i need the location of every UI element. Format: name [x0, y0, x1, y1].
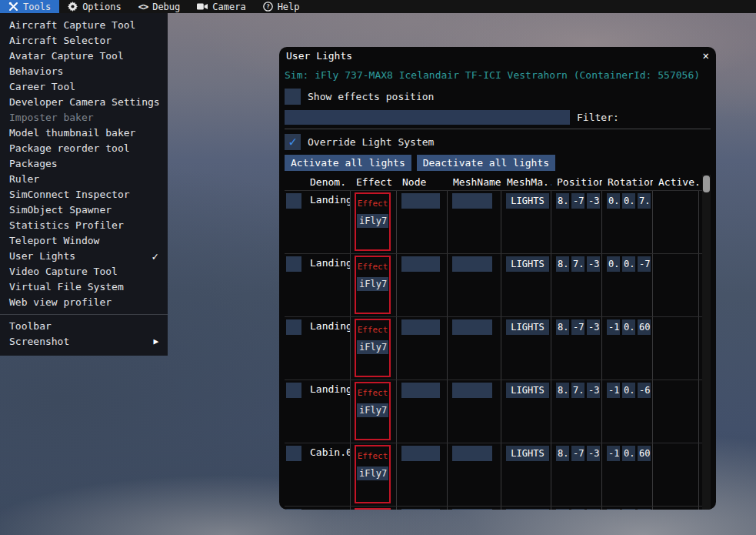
menu-item-model-thumbnail-baker[interactable]: Model thumbnail baker — [0, 125, 168, 141]
node-input[interactable] — [401, 383, 440, 398]
menubar-item-debug[interactable]: <>Debug — [130, 0, 189, 13]
row-select-checkbox[interactable] — [286, 446, 301, 461]
menu-item-behaviors[interactable]: Behaviors — [0, 64, 168, 79]
menu-item-web-view-profiler[interactable]: Web view profiler — [0, 295, 168, 310]
effect-name-button[interactable]: iFly7 — [357, 214, 388, 228]
meshmaterial-value[interactable]: LIGHTS — [506, 319, 549, 335]
menu-item-teleport-window[interactable]: Teleport Window — [0, 233, 168, 249]
meshmaterial-value[interactable]: LIGHTS — [506, 193, 549, 209]
meshname-input[interactable] — [452, 256, 492, 272]
rotation-input[interactable]: -6 — [638, 383, 651, 398]
rotation-input[interactable]: 0. — [607, 193, 620, 209]
node-input[interactable] — [401, 256, 440, 272]
menu-item-statistics-profiler[interactable]: Statistics Profiler — [0, 218, 168, 233]
rotation-input[interactable]: 0. — [622, 383, 635, 398]
meshmaterial-value[interactable]: LIGHTS — [506, 256, 549, 272]
menu-item-package-reorder-tool[interactable]: Package reorder tool — [0, 141, 168, 156]
filter-input[interactable] — [285, 110, 570, 125]
position-input[interactable]: 8. — [556, 383, 569, 398]
row-select-checkbox[interactable] — [286, 256, 301, 272]
rotation-input[interactable]: 0. — [622, 446, 635, 461]
menu-item-aircraft-capture-tool[interactable]: Aircraft Capture Tool — [0, 18, 168, 33]
row-select-checkbox[interactable] — [286, 319, 301, 335]
row-select-checkbox[interactable] — [286, 509, 301, 510]
effect-name-button[interactable]: iFly7 — [357, 466, 388, 480]
position-input[interactable]: -3 — [587, 319, 600, 335]
rotation-input[interactable]: 0. — [622, 193, 635, 209]
position-input[interactable]: 8. — [556, 446, 569, 461]
position-input[interactable]: -3 — [587, 383, 600, 398]
position-input[interactable]: 8. — [556, 193, 569, 209]
position-input[interactable] — [571, 509, 584, 510]
rotation-input[interactable]: 60 — [638, 319, 651, 335]
node-input[interactable] — [401, 509, 440, 510]
position-input[interactable]: -7 — [571, 193, 584, 209]
rotation-input[interactable]: -1 — [607, 383, 620, 398]
activate-all-lights-button[interactable]: Activate all lights — [285, 155, 411, 171]
meshmaterial-value[interactable]: LIGHTS — [506, 446, 549, 461]
position-input[interactable]: -7 — [571, 446, 584, 461]
menubar-item-tools[interactable]: Tools — [0, 0, 59, 13]
position-input[interactable]: -3 — [587, 256, 600, 272]
effect-name-button[interactable]: iFly7 — [357, 340, 388, 354]
menu-item-toolbar[interactable]: Toolbar — [0, 319, 168, 334]
rotation-input[interactable]: -1 — [607, 319, 620, 335]
column-header-denom[interactable]: Denom. — [305, 175, 351, 190]
rotation-input[interactable]: 0. — [622, 319, 635, 335]
menu-item-simobject-spawner[interactable]: SimObject Spawner — [0, 202, 168, 218]
menu-item-ruler[interactable]: Ruler — [0, 172, 168, 187]
position-input[interactable]: 8. — [556, 319, 569, 335]
position-input[interactable]: 8. — [556, 256, 569, 272]
rotation-input[interactable] — [607, 509, 620, 510]
menubar-item-camera[interactable]: Camera — [188, 0, 254, 13]
column-header-meshname[interactable]: MeshName — [448, 175, 501, 190]
position-input[interactable]: -3 — [587, 446, 600, 461]
position-input[interactable] — [587, 509, 600, 510]
effect-name-button[interactable]: iFly7 — [357, 277, 388, 291]
column-header-active[interactable]: Active... — [653, 175, 699, 190]
menu-item-aircraft-selector[interactable]: Aircraft Selector — [0, 33, 168, 48]
column-header-rotation[interactable]: Rotation — [602, 175, 653, 190]
meshname-input[interactable] — [452, 509, 492, 510]
meshmaterial-value[interactable] — [506, 509, 549, 510]
column-header-meshma[interactable]: MeshMa... — [501, 175, 551, 190]
deactivate-all-lights-button[interactable]: Deactivate all lights — [417, 155, 555, 171]
menu-item-user-lights[interactable]: User Lights✓ — [0, 249, 168, 264]
rotation-input[interactable] — [622, 509, 635, 510]
rotation-input[interactable] — [638, 509, 651, 510]
close-icon[interactable]: ✕ — [703, 49, 709, 62]
node-input[interactable] — [401, 193, 440, 209]
window-titlebar[interactable]: User Lights ✕ — [279, 47, 716, 64]
position-input[interactable]: -7 — [571, 319, 584, 335]
column-header-select[interactable] — [285, 175, 305, 190]
position-input[interactable] — [556, 509, 569, 510]
column-header-effect[interactable]: Effect — [351, 175, 397, 190]
rotation-input[interactable]: 7. — [638, 193, 651, 209]
menu-item-simconnect-inspector[interactable]: SimConnect Inspector — [0, 187, 168, 202]
menu-item-avatar-capture-tool[interactable]: Avatar Capture Tool — [0, 48, 168, 64]
row-select-checkbox[interactable] — [286, 193, 301, 209]
show-effects-checkbox[interactable] — [285, 89, 301, 105]
override-checkbox[interactable]: ✓ — [285, 134, 301, 150]
node-input[interactable] — [401, 319, 440, 335]
effect-name-button[interactable]: iFly7 — [357, 403, 388, 417]
row-select-checkbox[interactable] — [286, 383, 301, 398]
rotation-input[interactable]: 0. — [622, 256, 635, 272]
menu-item-virtual-file-system[interactable]: Virtual File System — [0, 279, 168, 295]
position-input[interactable]: -3 — [587, 193, 600, 209]
meshname-input[interactable] — [452, 319, 492, 335]
meshname-input[interactable] — [452, 193, 492, 209]
menubar-item-options[interactable]: Options — [59, 0, 130, 13]
table-scrollbar[interactable] — [702, 175, 711, 510]
meshname-input[interactable] — [452, 383, 492, 398]
menu-item-video-capture-tool[interactable]: Video Capture Tool — [0, 264, 168, 279]
menu-item-packages[interactable]: Packages — [0, 156, 168, 172]
rotation-input[interactable]: 0. — [607, 256, 620, 272]
rotation-input[interactable]: -7 — [638, 256, 651, 272]
meshmaterial-value[interactable]: LIGHTS — [506, 383, 549, 398]
menu-item-career-tool[interactable]: Career Tool — [0, 79, 168, 95]
node-input[interactable] — [401, 446, 440, 461]
rotation-input[interactable]: -1 — [607, 446, 620, 461]
table-scrollbar-thumb[interactable] — [703, 176, 710, 192]
position-input[interactable]: 7. — [571, 383, 584, 398]
